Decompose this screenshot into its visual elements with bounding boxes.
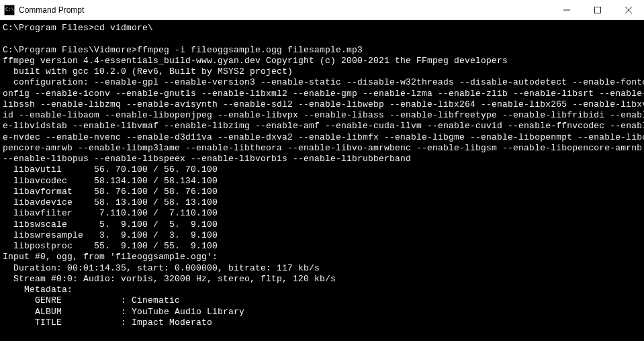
terminal-line: C:\Program Files\Vidmore>ffmpeg -i fileo…: [3, 45, 641, 56]
terminal-line: --enable-libopus --enable-libspeex --ena…: [3, 154, 641, 164]
terminal-line: built with gcc 10.2.0 (Rev6, Built by MS…: [3, 66, 641, 77]
terminal-line: libswresample 3. 9.100 / 3. 9.100: [3, 230, 641, 241]
terminal-line: libavformat 58. 76.100 / 58. 76.100: [3, 187, 641, 197]
terminal-line: C:\Program Files>cd vidmore\: [3, 23, 641, 34]
titlebar-left: Command Prompt: [0, 5, 84, 15]
terminal-line: libavdevice 58. 13.100 / 58. 13.100: [3, 197, 641, 208]
terminal-line: libavutil 56. 70.100 / 56. 70.100: [3, 164, 641, 175]
terminal-line: [3, 34, 641, 44]
terminal-line: pencore-amrwb --enable-libmp3lame --enab…: [3, 143, 641, 154]
minimize-button[interactable]: [551, 0, 582, 19]
cmd-icon: [4, 5, 15, 15]
terminal-line: Duration: 00:01:14.35, start: 0.000000, …: [3, 263, 641, 274]
terminal-output[interactable]: C:\Program Files>cd vidmore\ C:\Program …: [0, 20, 644, 341]
close-button[interactable]: [613, 0, 644, 19]
terminal-line: libavcodec 58.134.100 / 58.134.100: [3, 176, 641, 187]
window-titlebar: Command Prompt: [0, 0, 644, 20]
terminal-line: Metadata:: [3, 285, 641, 295]
terminal-line: ffmpeg version 4.4-essentials_build-www.…: [3, 56, 641, 66]
terminal-line: e-libvidstab --enable-libvmaf --enable-l…: [3, 121, 641, 132]
window-title: Command Prompt: [19, 5, 84, 15]
maximize-button[interactable]: [582, 0, 613, 19]
window-controls: [551, 0, 644, 19]
terminal-line: Stream #0:0: Audio: vorbis, 32000 Hz, st…: [3, 274, 641, 285]
terminal-line: ALBUM : YouTube Audio Library: [3, 307, 641, 318]
terminal-line: libpostproc 55. 9.100 / 55. 9.100: [3, 241, 641, 252]
terminal-line: Input #0, ogg, from 'fileoggsample.ogg':: [3, 252, 641, 262]
terminal-line: libavfilter 7.110.100 / 7.110.100: [3, 208, 641, 219]
terminal-line: e-nvdec --enable-nvenc --enable-d3d11va …: [3, 132, 641, 143]
terminal-line: id --enable-libaom --enable-libopenjpeg …: [3, 110, 641, 121]
terminal-line: libssh --enable-libzmq --enable-avisynth…: [3, 99, 641, 110]
terminal-line: GENRE : Cinematic: [3, 295, 641, 306]
terminal-line: TITLE : Impact Moderato: [3, 318, 641, 328]
terminal-line: configuration: --enable-gpl --enable-ver…: [3, 77, 641, 88]
terminal-line: libswscale 5. 9.100 / 5. 9.100: [3, 220, 641, 230]
svg-rect-1: [595, 7, 601, 13]
terminal-line: onfig --enable-iconv --enable-gnutls --e…: [3, 89, 641, 99]
